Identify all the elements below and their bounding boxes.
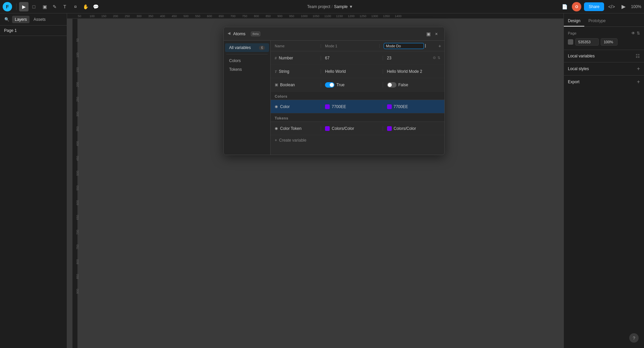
code-btn[interactable]: </> (607, 2, 616, 11)
tool-hand[interactable]: ✋ (81, 2, 90, 11)
ruler-mark-150: 150 (101, 14, 113, 18)
ruler-mark-1350: 1350 (383, 14, 395, 18)
panel-close-btn[interactable]: × (432, 30, 440, 38)
figma-logo[interactable]: F (3, 2, 12, 11)
v-ruler-mark-700: 700 (76, 230, 79, 235)
ruler-mark-650: 650 (219, 14, 230, 18)
var-row-string: T String Hello World Hello World Mode 2 (271, 65, 444, 78)
cursor-indicator (425, 44, 426, 48)
var-row-color-token: ◉ Color Token Colors/Color Colors/Color (271, 122, 444, 135)
col-name: Name (271, 44, 321, 48)
var-token-mode2[interactable]: Colors/Color (383, 126, 445, 131)
dropdown-icon: ▼ (349, 4, 353, 9)
local-variables-icon[interactable]: ☷ (636, 53, 640, 59)
v-ruler-mark-450: 450 (76, 156, 79, 161)
panel-grid-btn[interactable]: ▣ (424, 30, 432, 38)
play-button[interactable]: ▶ (619, 2, 628, 11)
boolean-mode2-label: False (398, 83, 408, 87)
ruler-mark-750: 750 (242, 14, 254, 18)
toggle-mode1[interactable] (325, 82, 334, 88)
var-color-mode2[interactable]: 7700EE (383, 104, 445, 109)
local-variables-label: Local variables (568, 54, 595, 58)
ruler-mark-1100: 1100 (324, 14, 336, 18)
tool-group-shapes: ▣ ✎ T (40, 2, 69, 11)
share-button[interactable]: Share (584, 2, 604, 11)
all-variables-count: 6 (259, 46, 265, 50)
page-eye-icon[interactable]: 👁 (631, 31, 635, 36)
tool-text[interactable]: T (60, 2, 69, 11)
ruler-mark-1200: 1200 (348, 14, 360, 18)
create-var-label: Create variable (279, 138, 306, 143)
var-name-color-token: ◉ Color Token (271, 126, 321, 131)
color-swatch-mode1 (325, 104, 330, 109)
mode2-name-input[interactable] (384, 43, 424, 49)
tool-select[interactable]: ▶ (19, 2, 29, 11)
file-name: Sample (334, 4, 348, 9)
export-label: Export (568, 80, 580, 84)
canvas-content[interactable]: 5010015020025030035040045050055060065070… (72, 19, 564, 348)
nav-colors[interactable]: Colors (225, 56, 269, 65)
nav-all-variables[interactable]: All variables 6 (225, 43, 269, 52)
ruler-mark-1400: 1400 (395, 14, 407, 18)
var-number-settings[interactable]: ⚙ (433, 56, 436, 60)
tool-frame[interactable]: □ (29, 2, 39, 11)
toolbar-right: 📄 O Share </> ▶ 100% (560, 2, 641, 11)
v-ruler-mark-250: 250 (76, 97, 79, 102)
tool-group-extras: ¤ ✋ 💬 (71, 2, 100, 11)
page-adjust-icon[interactable]: ⇅ (637, 31, 640, 36)
local-styles-add-btn[interactable]: + (637, 66, 640, 72)
tool-comment[interactable]: 💬 (91, 2, 100, 11)
var-boolean-mode1: True (321, 82, 383, 88)
devtools-btn[interactable]: 📄 (560, 2, 569, 11)
panel-left-nav: All variables 6 Colors Tokens (224, 41, 271, 155)
v-ruler-mark-50: 50 (76, 38, 79, 43)
var-token-mode1[interactable]: Colors/Color (321, 126, 383, 131)
page-color-input[interactable] (575, 38, 599, 46)
page-section-title: Page (568, 31, 577, 35)
ruler-mark-50: 50 (78, 14, 90, 18)
tool-pen[interactable]: ✎ (50, 2, 59, 11)
var-number-mode1[interactable]: 67 (321, 56, 383, 60)
tool-group-select: ▶ □ (19, 2, 39, 11)
color-swatch-mode2 (387, 104, 392, 109)
sidebar-search-btn[interactable]: 🔍 (3, 15, 11, 23)
toggle-mode2[interactable] (387, 82, 396, 88)
ruler-mark-250: 250 (125, 14, 137, 18)
tab-assets[interactable]: Assets (31, 16, 48, 23)
ruler-mark-400: 400 (160, 14, 172, 18)
v-ruler-mark-650: 650 (76, 215, 79, 220)
v-ruler-mark-850: 850 (76, 274, 79, 279)
tokens-section-header: Tokens (271, 113, 444, 122)
breadcrumb-sep: / (332, 4, 333, 9)
v-ruler-mark-300: 300 (76, 112, 79, 117)
var-number-mode2[interactable]: 23 ⚙ ⇅ (383, 56, 445, 60)
tool-components[interactable]: ¤ (71, 2, 80, 11)
var-string-mode2[interactable]: Hello World Mode 2 (383, 69, 445, 74)
panel-toggle-area[interactable]: ▶ Atoms Beta (228, 31, 260, 36)
var-string-mode1[interactable]: Hello World (321, 69, 383, 74)
var-row-boolean: ▣ Boolean True (271, 78, 444, 92)
tool-rectangle[interactable]: ▣ (40, 2, 49, 11)
page-color-preview[interactable] (568, 39, 573, 45)
tab-design[interactable]: Design (564, 16, 584, 27)
page-opacity-input[interactable] (601, 38, 618, 46)
ruler-mark-900: 900 (277, 14, 289, 18)
tab-prototype[interactable]: Prototype (584, 16, 609, 27)
sidebar-tabs: 🔍 Layers Assets (0, 13, 67, 26)
ruler-mark-550: 550 (195, 14, 207, 18)
v-ruler-mark-100: 100 (76, 53, 79, 58)
ruler-horizontal: 5010015020025030035040045050055060065070… (67, 13, 564, 19)
var-color-mode1[interactable]: 7700EE (321, 104, 383, 109)
var-number-adjust[interactable]: ⇅ (437, 56, 440, 60)
tab-layers[interactable]: Layers (12, 16, 30, 23)
variables-table: Name Mode 1 + # Numbe (271, 41, 444, 155)
export-add-btn[interactable]: + (637, 79, 640, 85)
ruler-mark-1300: 1300 (371, 14, 383, 18)
project-breadcrumb[interactable]: Team project / Sample ▼ (307, 4, 353, 9)
nav-tokens[interactable]: Tokens (225, 65, 269, 74)
create-variable-btn[interactable]: + Create variable (271, 135, 444, 145)
help-button[interactable]: ? (629, 333, 639, 343)
v-ruler-mark-500: 500 (76, 171, 79, 176)
ruler-mark-350: 350 (148, 14, 160, 18)
add-mode-btn[interactable]: + (435, 43, 444, 49)
